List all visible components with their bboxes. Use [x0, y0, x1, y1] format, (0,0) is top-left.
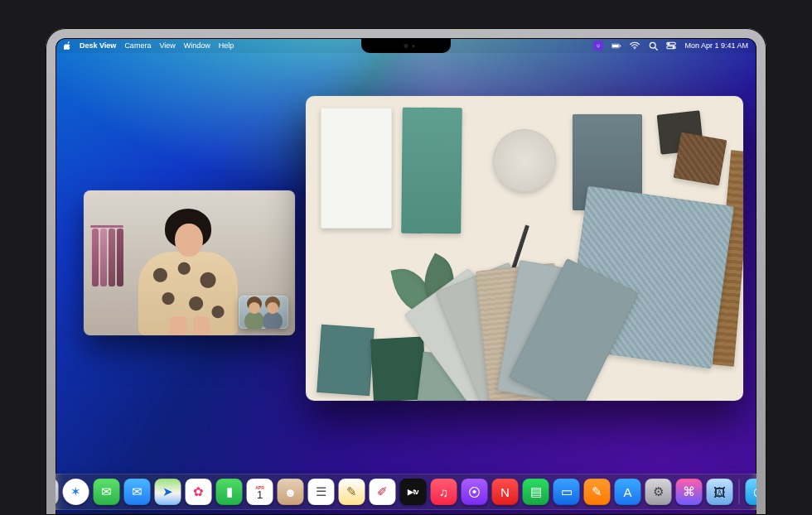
- svg-rect-3: [621, 45, 621, 46]
- svg-rect-0: [597, 45, 600, 46]
- dock-safari[interactable]: ✶: [63, 479, 89, 505]
- swatch-wood-chip: [674, 132, 727, 186]
- dock-news[interactable]: N: [492, 479, 519, 505]
- dock-launchpad[interactable]: ▦: [56, 479, 59, 505]
- dock-photos[interactable]: ✿: [186, 479, 212, 505]
- menu-window[interactable]: Window: [184, 41, 210, 50]
- display-notch: [361, 38, 451, 53]
- dock-freeform[interactable]: ✐: [370, 479, 396, 505]
- dock-contacts[interactable]: ☻: [278, 479, 304, 505]
- svg-point-4: [635, 48, 636, 50]
- battery-icon[interactable]: [611, 41, 621, 51]
- control-center-icon[interactable]: [666, 41, 676, 51]
- swatch-white-tile: [321, 108, 392, 229]
- svg-point-9: [674, 46, 675, 48]
- dock-facetime[interactable]: ▮: [216, 479, 243, 505]
- dock-numbers[interactable]: ▤: [523, 479, 549, 505]
- dock-reminders[interactable]: ☰: [308, 479, 335, 505]
- dock-keynote[interactable]: ▭: [553, 479, 580, 505]
- dock-shortcuts[interactable]: ⌘: [676, 479, 703, 505]
- dock-music[interactable]: ♫: [431, 479, 457, 505]
- presenter-video: [133, 209, 241, 335]
- dock-tv[interactable]: ▶tv: [400, 479, 427, 505]
- menu-clock[interactable]: Mon Apr 1 9:41 AM: [684, 41, 748, 50]
- dock-maps[interactable]: ➤: [155, 479, 181, 505]
- dock-messages[interactable]: ✉: [94, 479, 120, 505]
- svg-rect-2: [612, 45, 619, 47]
- dock-pages[interactable]: ✎: [584, 479, 611, 505]
- wifi-icon[interactable]: [630, 41, 640, 51]
- app-menu[interactable]: Desk View: [80, 41, 116, 50]
- desk-view-window[interactable]: [306, 96, 743, 401]
- swatch-teal-tile: [401, 108, 462, 234]
- menu-help[interactable]: Help: [219, 41, 234, 50]
- spotlight-icon[interactable]: [648, 41, 658, 51]
- dock-mail[interactable]: ✉: [124, 479, 151, 505]
- svg-point-7: [669, 43, 670, 45]
- dock-settings[interactable]: ⚙: [645, 479, 672, 505]
- dock-notes[interactable]: ✎: [339, 479, 365, 505]
- screen-mirroring-icon[interactable]: [593, 41, 603, 51]
- clothes-rack: [90, 225, 127, 298]
- apple-menu[interactable]: [64, 41, 71, 50]
- desktop[interactable]: Desk View Camera View Window Help: [56, 38, 756, 515]
- menu-view[interactable]: View: [159, 41, 175, 50]
- dock-separator: [739, 479, 740, 504]
- paint-chip-teal: [317, 325, 375, 396]
- participants-thumbnail[interactable]: [239, 296, 288, 329]
- dock-calendar[interactable]: APR1: [247, 479, 273, 505]
- facetime-window[interactable]: [84, 190, 295, 335]
- dock-screenshot[interactable]: ◎: [746, 479, 757, 505]
- dock-appstore[interactable]: A: [615, 479, 641, 505]
- laptop-frame: Desk View Camera View Window Help: [46, 28, 766, 515]
- dock: ☺▦✶✉✉➤✿▮APR1☻☰✎✐▶tv♫⦿N▤▭✎A⚙⌘🖼◎🗑: [56, 474, 756, 510]
- dock-podcasts[interactable]: ⦿: [462, 479, 488, 505]
- menu-camera[interactable]: Camera: [124, 41, 151, 50]
- dock-preview[interactable]: 🖼: [707, 479, 733, 505]
- swatch-stone-disc: [493, 129, 556, 192]
